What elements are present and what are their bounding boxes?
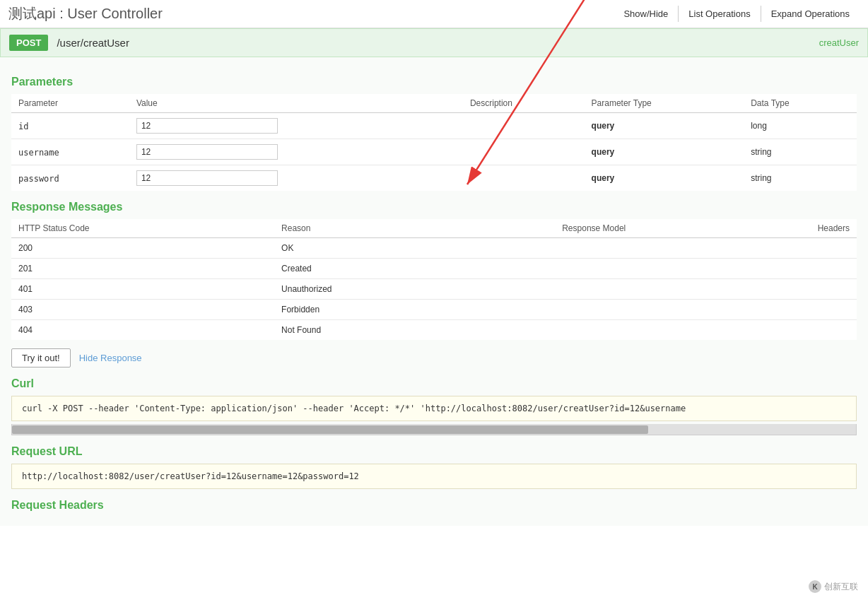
response-reason: Unauthorized [274, 279, 474, 300]
param-value-input[interactable] [136, 118, 278, 134]
response-row: 200 OK [11, 238, 857, 259]
param-datatype: string [744, 165, 857, 192]
param-datatype: string [744, 139, 857, 165]
response-status: 201 [11, 259, 274, 279]
request-headers-title: Request Headers [11, 499, 857, 512]
response-model [474, 238, 714, 259]
param-type: query [585, 165, 744, 192]
param-type: query [585, 113, 744, 139]
show-hide-link[interactable]: Show/Hide [614, 6, 678, 22]
controller-name: : User Controller [56, 6, 163, 21]
param-description [463, 139, 585, 165]
response-row: 401 Unauthorized [11, 279, 857, 300]
col-parameter-type: Parameter Type [585, 94, 744, 113]
request-url-title: Request URL [11, 445, 857, 458]
param-description [463, 113, 585, 139]
main-content: Parameters Parameter Value Description P… [0, 57, 868, 526]
col-value: Value [129, 94, 463, 113]
response-row: 403 Forbidden [11, 300, 857, 320]
param-value-input[interactable] [136, 170, 278, 186]
param-type: query [585, 139, 744, 165]
response-status: 404 [11, 320, 274, 341]
response-messages-title: Response Messages [11, 201, 857, 213]
param-name: password [18, 174, 59, 184]
hide-response-link[interactable]: Hide Response [79, 353, 142, 363]
param-row: password query string [11, 165, 857, 192]
param-row: username query string [11, 139, 857, 165]
response-headers [714, 320, 857, 341]
response-reason: Created [274, 259, 474, 279]
param-value-input[interactable] [136, 144, 278, 160]
api-title: 测试api [8, 6, 56, 21]
param-name: id [18, 122, 28, 131]
col-parameter: Parameter [11, 94, 129, 113]
response-status: 200 [11, 238, 274, 259]
response-model [474, 300, 714, 320]
operation-name: creatUser [819, 37, 859, 48]
page-title: 测试api : User Controller [8, 4, 163, 23]
response-reason: Not Found [274, 320, 474, 341]
response-row: 201 Created [11, 259, 857, 279]
endpoint-bar: POST /user/creatUser creatUser [0, 28, 868, 57]
try-it-out-button[interactable]: Try it out! [11, 348, 71, 367]
response-row: 404 Not Found [11, 320, 857, 341]
col-description: Description [463, 94, 585, 113]
response-model [474, 259, 714, 279]
response-reason: OK [274, 238, 474, 259]
request-url-box: http://localhost:8082/user/creatUser?id=… [11, 464, 857, 489]
col-http-status: HTTP Status Code [11, 219, 274, 238]
param-datatype: long [744, 113, 857, 139]
response-headers [714, 279, 857, 300]
response-headers [714, 259, 857, 279]
response-status: 403 [11, 300, 274, 320]
col-reason: Reason [274, 219, 474, 238]
header-actions: Show/Hide List Operations Expand Operati… [614, 6, 860, 22]
col-data-type: Data Type [744, 94, 857, 113]
response-status: 401 [11, 279, 274, 300]
response-headers [714, 238, 857, 259]
response-reason: Forbidden [274, 300, 474, 320]
response-model [474, 320, 714, 341]
method-badge: POST [9, 35, 48, 51]
curl-scrollbar[interactable] [11, 424, 857, 435]
response-headers [714, 300, 857, 320]
expand-operations-link[interactable]: Expand Operations [761, 6, 860, 22]
col-headers: Headers [714, 219, 857, 238]
param-row: id query long [11, 113, 857, 139]
endpoint-path: /user/creatUser [57, 37, 819, 49]
parameters-table: Parameter Value Description Parameter Ty… [11, 94, 857, 191]
response-model [474, 279, 714, 300]
parameters-title: Parameters [11, 76, 857, 88]
param-description [463, 165, 585, 192]
page-header: 测试api : User Controller Show/Hide List O… [0, 0, 868, 28]
scroll-thumb [12, 425, 648, 434]
param-name: username [18, 148, 59, 158]
list-operations-link[interactable]: List Operations [678, 6, 760, 22]
actions-row: Try it out! Hide Response [11, 348, 857, 367]
curl-title: Curl [11, 377, 857, 390]
curl-command: curl -X POST --header 'Content-Type: app… [11, 396, 857, 421]
response-messages-table: HTTP Status Code Reason Response Model H… [11, 219, 857, 340]
col-response-model: Response Model [474, 219, 714, 238]
